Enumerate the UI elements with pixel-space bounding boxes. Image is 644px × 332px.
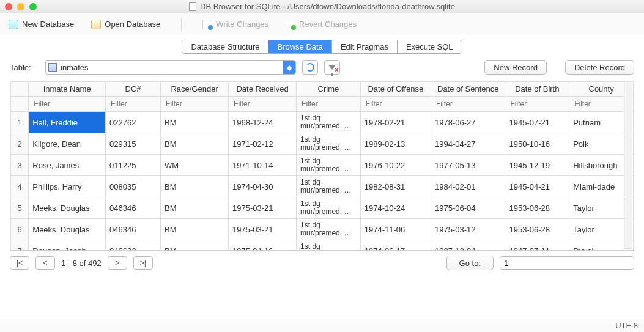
cell-date-offense[interactable]: 1974-10-24 [360,197,431,219]
col-date-birth[interactable]: Date of Birth [505,82,569,97]
cell-crime[interactable]: 1st dg mur/premed. … [297,240,361,251]
table-row[interactable]: 3Rose, James011225WM1971-10-141st dg mur… [11,155,634,176]
table-row[interactable]: 6Meeks, Douglas046346BM1975-03-211st dg … [11,219,634,240]
cell-date-sentence[interactable]: 1987-12-04 [431,240,505,251]
cell-race-gender[interactable]: BM [161,133,229,155]
cell-dc-number[interactable]: 029315 [105,133,160,155]
cell-crime[interactable]: 1st dg mur/premed. … [297,219,361,240]
filter-crime[interactable] [300,99,357,109]
cell-date-birth[interactable]: 1945-07-21 [505,112,569,133]
cell-dc-number[interactable]: 022762 [105,112,160,133]
goto-input[interactable] [500,256,634,270]
new-database-button[interactable]: New Database [9,20,74,29]
table-row[interactable]: 5Meeks, Douglas046346BM1975-03-211st dg … [11,197,634,219]
cell-date-sentence[interactable]: 1977-05-13 [431,155,505,176]
close-icon[interactable] [5,3,12,10]
cell-date-received[interactable]: 1975-03-21 [229,197,297,219]
cell-inmate-name[interactable]: Rose, James [29,155,106,176]
col-inmate-name[interactable]: Inmate Name [29,82,106,97]
zoom-icon[interactable] [29,3,37,10]
cell-crime[interactable]: 1st dg mur/premed. … [297,176,361,197]
cell-date-received[interactable]: 1974-04-30 [229,176,297,197]
filter-county[interactable] [573,99,629,109]
goto-button[interactable]: Go to: [446,256,494,270]
delete-record-button[interactable]: Delete Record [565,60,634,75]
page-last-button[interactable]: >| [133,256,153,270]
cell-date-offense[interactable]: 1978-02-21 [360,112,431,133]
cell-crime[interactable]: 1st dg mur/premed. … [297,133,361,155]
cell-crime[interactable]: 1st dg mur/premed. … [297,112,361,133]
cell-date-sentence[interactable]: 1975-03-12 [431,219,505,240]
refresh-button[interactable] [302,60,318,75]
col-race-gender[interactable]: Race/Gender [161,82,229,97]
cell-date-birth[interactable]: 1945-04-21 [505,176,569,197]
tab-browse-data[interactable]: Browse Data [268,40,331,53]
table-row[interactable]: 7Dougan, Jacob046622BM1975-04-161st dg m… [11,240,634,251]
cell-date-birth[interactable]: 1947-07-11 [505,240,569,251]
tab-database-structure[interactable]: Database Structure [182,40,268,53]
cell-race-gender[interactable]: BM [161,240,229,251]
cell-date-birth[interactable]: 1953-06-28 [505,197,569,219]
cell-crime[interactable]: 1st dg mur/premed. … [297,155,361,176]
cell-date-received[interactable]: 1971-10-14 [229,155,297,176]
cell-date-received[interactable]: 1975-04-16 [229,240,297,251]
cell-race-gender[interactable]: BM [161,112,229,133]
filter-date-sentence[interactable] [435,99,501,109]
new-record-button[interactable]: New Record [484,60,547,75]
filter-race-gender[interactable] [165,99,224,109]
col-date-sentence[interactable]: Date of Sentence [431,82,505,97]
cell-dc-number[interactable]: 046346 [105,197,160,219]
cell-inmate-name[interactable]: Kilgore, Dean [29,133,106,155]
cell-inmate-name[interactable]: Meeks, Douglas [29,197,106,219]
clear-filters-button[interactable]: × [324,60,340,75]
cell-date-offense[interactable]: 1989-02-13 [360,133,431,155]
vertical-scrollbar[interactable] [624,83,632,249]
cell-race-gender[interactable]: BM [161,197,229,219]
cell-date-birth[interactable]: 1945-12-19 [505,155,569,176]
tab-execute-sql[interactable]: Execute SQL [398,40,462,53]
filter-dc-number[interactable] [109,99,157,109]
page-next-button[interactable]: > [108,256,127,270]
cell-date-received[interactable]: 1975-03-21 [229,219,297,240]
page-first-button[interactable]: |< [10,256,29,270]
table-select[interactable]: inmates [45,60,296,75]
cell-date-offense[interactable]: 1982-08-31 [360,176,431,197]
col-date-received[interactable]: Date Received [229,82,297,97]
cell-inmate-name[interactable]: Phillips, Harry [29,176,106,197]
filter-date-birth[interactable] [509,99,565,109]
cell-race-gender[interactable]: WM [161,155,229,176]
open-database-button[interactable]: Open Database [91,20,160,29]
cell-inmate-name[interactable]: Meeks, Douglas [29,219,106,240]
minimize-icon[interactable] [17,3,24,10]
cell-dc-number[interactable]: 011225 [105,155,160,176]
col-date-offense[interactable]: Date of Offense [360,82,431,97]
table-row[interactable]: 4Phillips, Harry008035BM1974-04-301st dg… [11,176,634,197]
page-prev-button[interactable]: < [35,256,55,270]
cell-date-received[interactable]: 1968-12-24 [229,112,297,133]
cell-race-gender[interactable]: BM [161,219,229,240]
cell-dc-number[interactable]: 046346 [105,219,160,240]
cell-date-offense[interactable]: 1976-10-22 [360,155,431,176]
cell-date-sentence[interactable]: 1984-02-01 [431,176,505,197]
cell-date-sentence[interactable]: 1975-06-04 [431,197,505,219]
cell-race-gender[interactable]: BM [161,176,229,197]
filter-inmate-name[interactable] [32,99,102,109]
table-row[interactable]: 1Hall, Freddie022762BM1968-12-241st dg m… [11,112,634,133]
cell-inmate-name[interactable]: Dougan, Jacob [29,240,106,251]
cell-date-offense[interactable]: 1974-06-17 [360,240,431,251]
cell-crime[interactable]: 1st dg mur/premed. … [297,197,361,219]
filter-date-offense[interactable] [365,99,427,109]
cell-inmate-name[interactable]: Hall, Freddie [29,112,106,133]
cell-date-birth[interactable]: 1953-06-28 [505,219,569,240]
col-dc-number[interactable]: DC# [105,82,160,97]
col-crime[interactable]: Crime [297,82,361,97]
filter-date-received[interactable] [232,99,292,109]
tab-edit-pragmas[interactable]: Edit Pragmas [332,40,398,53]
cell-dc-number[interactable]: 008035 [105,176,160,197]
table-row[interactable]: 2Kilgore, Dean029315BM1971-02-121st dg m… [11,133,634,155]
cell-date-sentence[interactable]: 1994-04-27 [431,133,505,155]
cell-date-birth[interactable]: 1950-10-16 [505,133,569,155]
cell-date-offense[interactable]: 1974-11-06 [360,219,431,240]
cell-dc-number[interactable]: 046622 [105,240,160,251]
cell-date-received[interactable]: 1971-02-12 [229,133,297,155]
